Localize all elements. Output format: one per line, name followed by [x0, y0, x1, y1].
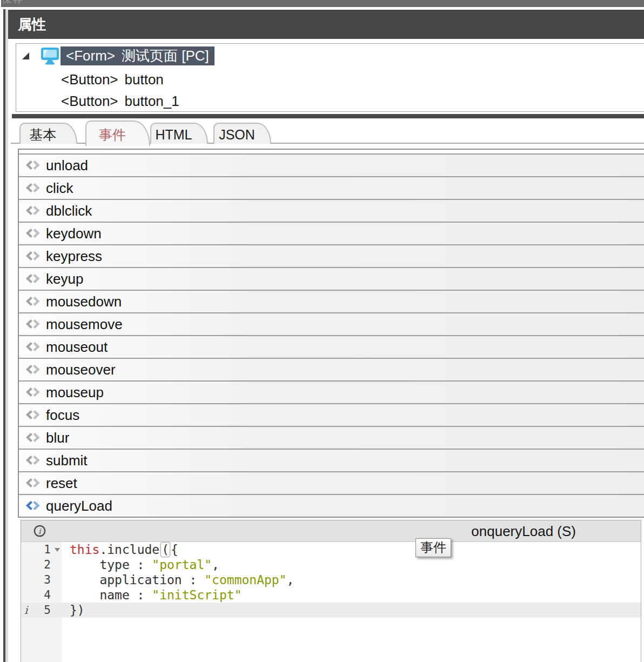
- event-name: mouseout: [46, 339, 108, 356]
- event-row-queryLoad[interactable]: queryLoad: [19, 494, 644, 517]
- line-number: 2: [21, 557, 51, 572]
- event-name: keypress: [46, 248, 102, 265]
- event-row-unload[interactable]: unload: [19, 153, 644, 176]
- tree-node-button-1[interactable]: <Button>button_1: [16, 90, 644, 112]
- button1-name: button_1: [125, 93, 179, 109]
- code-brackets-icon: [25, 183, 42, 193]
- event-name: blur: [46, 430, 69, 446]
- code-brackets-icon: [25, 251, 42, 261]
- event-name: keydown: [46, 225, 102, 242]
- code-text: }): [70, 603, 85, 618]
- event-name: focus: [46, 407, 79, 424]
- event-row-keyup[interactable]: keyup: [19, 267, 644, 290]
- event-name: mousemove: [46, 316, 123, 333]
- event-row-mousedown[interactable]: mousedown: [19, 290, 644, 312]
- tab-bar: 基本事件HTMLJSON: [11, 120, 644, 144]
- event-row-keypress[interactable]: keypress: [19, 244, 644, 267]
- event-name: reset: [46, 475, 77, 492]
- event-row-keydown[interactable]: keydown: [19, 222, 644, 244]
- code-brackets-icon: [25, 478, 42, 488]
- button-name: button: [125, 71, 164, 88]
- event-row-mouseover[interactable]: mouseover: [19, 358, 644, 380]
- code-line-4[interactable]: 4 name : "initScript": [21, 587, 641, 603]
- code-text: application : "commonApp",: [70, 572, 294, 587]
- tab-事件[interactable]: 事件: [85, 121, 150, 146]
- line-number: 3: [21, 572, 51, 587]
- info-icon[interactable]: i: [33, 525, 46, 537]
- event-row-click[interactable]: click: [19, 176, 644, 199]
- splitter-gutter: [5, 9, 8, 662]
- event-list: unloadclickdblclickkeydownkeypresskeyupm…: [18, 149, 644, 518]
- form-monitor-icon: [41, 47, 59, 65]
- code-brackets-icon: [25, 501, 42, 511]
- code-brackets-icon: [25, 161, 42, 170]
- fold-arrow-icon[interactable]: [55, 548, 60, 552]
- event-name: dblclick: [46, 203, 92, 219]
- code-brackets-icon: [25, 433, 42, 443]
- event-row-blur[interactable]: blur: [19, 426, 644, 449]
- component-tree: <Form>测试页面 [PC] <Button>button <Button>b…: [16, 43, 644, 112]
- code-brackets-icon: [25, 297, 42, 306]
- panel-header: 属性: [8, 10, 644, 39]
- form-name: 测试页面 [PC]: [122, 48, 209, 64]
- event-row-mousemove[interactable]: mousemove: [19, 312, 644, 335]
- tab-基本[interactable]: 基本: [19, 123, 77, 144]
- event-name: unload: [46, 157, 88, 174]
- tab-label: HTML: [155, 127, 192, 142]
- code-line-1[interactable]: 1this.include({: [21, 542, 641, 557]
- event-tooltip: 事件: [415, 538, 451, 557]
- clipped-top-text: 保存: [2, 0, 24, 6]
- code-brackets-icon: [25, 456, 42, 465]
- tab-label: 事件: [99, 127, 126, 142]
- code-line-5[interactable]: i5}): [21, 603, 641, 618]
- code-editor-body[interactable]: 1this.include({2 type : "portal",3 appli…: [21, 542, 641, 662]
- properties-panel: 保存 属性 <Form>测试页面 [PC] <Button>button <Bu…: [0, 0, 644, 662]
- event-name: mouseover: [46, 362, 116, 378]
- event-name: mousedown: [46, 293, 122, 310]
- event-name: mouseup: [46, 384, 104, 401]
- event-name: queryLoad: [46, 498, 112, 514]
- tab-HTML[interactable]: HTML: [150, 123, 208, 144]
- event-row-reset[interactable]: reset: [19, 471, 644, 494]
- code-text: type : "portal",: [70, 557, 219, 572]
- event-row-submit[interactable]: submit: [19, 449, 644, 471]
- button-tag: <Button>: [61, 71, 118, 88]
- event-row-mouseout[interactable]: mouseout: [19, 335, 644, 358]
- tree-node-form-selected[interactable]: <Form>测试页面 [PC]: [61, 46, 214, 65]
- section-divider: [12, 114, 644, 118]
- code-editor-header: i onqueryLoad (S): [21, 520, 641, 542]
- event-name: submit: [46, 452, 88, 469]
- expand-triangle-icon[interactable]: [22, 52, 29, 59]
- code-brackets-icon: [25, 206, 42, 216]
- form-tag: <Form>: [66, 48, 115, 64]
- top-window-bar: 保存: [1, 0, 644, 7]
- event-row-dblclick[interactable]: dblclick: [19, 199, 644, 222]
- tab-label: 基本: [30, 127, 57, 142]
- tab-JSON[interactable]: JSON: [213, 123, 271, 144]
- code-text: name : "initScript": [70, 587, 242, 603]
- code-brackets-icon: [25, 274, 42, 284]
- panel-title: 属性: [8, 10, 644, 39]
- line-number: 4: [21, 587, 51, 603]
- code-line-2[interactable]: 2 type : "portal",: [21, 557, 641, 572]
- button1-tag: <Button>: [61, 93, 118, 109]
- line-number: 1: [21, 542, 51, 557]
- event-row-focus[interactable]: focus: [19, 403, 644, 426]
- code-brackets-icon: [25, 319, 42, 329]
- tab-label: JSON: [219, 127, 255, 142]
- code-brackets-icon: [25, 387, 42, 397]
- svg-text:i: i: [38, 527, 42, 536]
- code-brackets-icon: [25, 342, 42, 352]
- code-brackets-icon: [25, 410, 42, 420]
- event-name: click: [46, 180, 73, 197]
- handler-title: onqueryLoad (S): [471, 520, 576, 542]
- event-row-mouseup[interactable]: mouseup: [19, 380, 644, 403]
- code-brackets-icon: [25, 365, 42, 375]
- code-brackets-icon: [25, 229, 42, 238]
- code-line-3[interactable]: 3 application : "commonApp",: [21, 572, 641, 587]
- code-text: this.include({: [70, 542, 178, 557]
- line-number: 5: [21, 603, 51, 618]
- code-editor-panel: i onqueryLoad (S) 1this.include({2 type …: [21, 520, 641, 662]
- event-name: keyup: [46, 271, 83, 287]
- tree-node-button[interactable]: <Button>button: [16, 69, 644, 90]
